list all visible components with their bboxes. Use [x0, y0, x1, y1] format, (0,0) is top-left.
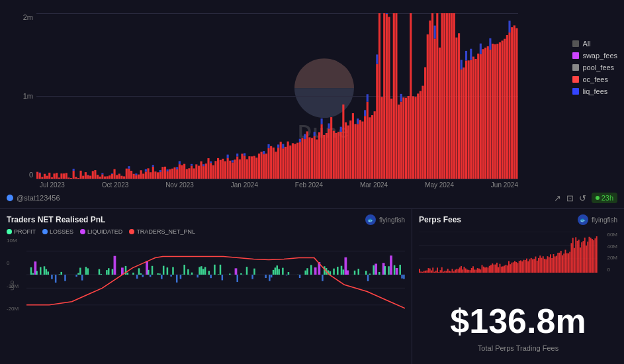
svg-rect-130 [292, 143, 294, 179]
svg-rect-6 [48, 173, 50, 179]
svg-rect-58 [154, 171, 156, 179]
x-label-jan: Jan 2024 [231, 181, 258, 189]
svg-rect-117 [267, 148, 269, 179]
svg-rect-376 [425, 271, 426, 273]
right-mini-svg: (function() { const svg = document.curre… [419, 232, 598, 273]
svg-rect-417 [486, 267, 487, 273]
svg-rect-250 [32, 273, 34, 275]
svg-rect-328 [278, 269, 280, 275]
svg-rect-334 [304, 271, 306, 275]
svg-rect-459 [549, 257, 550, 273]
y-10m: 10M [7, 238, 19, 244]
svg-rect-8 [53, 173, 55, 179]
share-icon[interactable]: ↗ [554, 193, 561, 203]
svg-rect-220 [468, 60, 470, 179]
legend-dot-liq [572, 88, 579, 95]
svg-rect-144 [318, 132, 320, 179]
svg-rect-14 [67, 177, 69, 179]
svg-rect-63 [164, 167, 166, 179]
svg-rect-170 [367, 94, 369, 101]
svg-rect-74 [183, 164, 185, 179]
svg-rect-274 [112, 269, 114, 275]
svg-rect-290 [161, 275, 163, 279]
svg-rect-209 [448, 13, 450, 179]
svg-rect-151 [330, 117, 332, 179]
svg-rect-468 [562, 255, 563, 273]
svg-rect-375 [423, 271, 425, 273]
svg-rect-431 [507, 265, 508, 273]
svg-rect-184 [395, 13, 397, 179]
x-label-oct: Oct 2023 [102, 181, 129, 189]
svg-rect-428 [502, 266, 504, 273]
refresh-icon[interactable]: ↺ [579, 193, 586, 203]
right-author-avatar: 🐟 [578, 214, 588, 225]
svg-rect-291 [163, 266, 165, 275]
svg-rect-463 [555, 256, 556, 273]
legend-dot-profit [7, 229, 12, 234]
svg-rect-281 [138, 268, 140, 275]
svg-rect-104 [241, 154, 243, 179]
svg-rect-240 [508, 32, 510, 179]
svg-rect-333 [299, 275, 301, 278]
svg-rect-473 [569, 252, 570, 273]
legend-label-profit: PROFIT [14, 228, 36, 235]
svg-rect-152 [333, 131, 335, 179]
svg-rect-323 [269, 275, 271, 281]
svg-rect-413 [480, 269, 481, 273]
svg-rect-393 [450, 271, 451, 273]
svg-rect-165 [359, 120, 361, 179]
svg-rect-122 [277, 148, 279, 179]
svg-rect-49 [138, 175, 140, 179]
svg-rect-345 [337, 267, 339, 275]
svg-rect-210 [451, 13, 453, 179]
svg-rect-71 [179, 164, 181, 179]
svg-rect-258 [51, 275, 53, 279]
svg-rect-422 [494, 265, 495, 273]
svg-rect-17 [73, 169, 75, 171]
svg-rect-44 [128, 166, 130, 169]
svg-rect-285 [148, 270, 150, 275]
svg-rect-324 [271, 275, 273, 277]
svg-rect-346 [341, 266, 343, 275]
svg-rect-313 [229, 273, 231, 275]
svg-rect-391 [447, 269, 449, 273]
svg-rect-114 [263, 154, 265, 179]
svg-rect-315 [235, 268, 238, 275]
svg-rect-436 [514, 261, 515, 273]
usd-axis-label: USD [10, 281, 15, 291]
camera-icon[interactable]: ⊡ [566, 193, 574, 203]
svg-rect-384 [437, 267, 438, 273]
svg-rect-358 [379, 272, 380, 275]
svg-rect-46 [133, 174, 135, 179]
svg-rect-476 [574, 248, 575, 273]
svg-rect-382 [434, 272, 435, 273]
legend-label-swap: swap_fees [582, 52, 617, 60]
svg-rect-145 [321, 124, 323, 179]
svg-rect-286 [150, 275, 152, 277]
svg-rect-97 [229, 161, 231, 179]
svg-rect-196 [422, 86, 423, 179]
left-author-name: flyingfish [379, 216, 405, 224]
legend-traders-net: TRADERS_NET_PNL [129, 228, 195, 235]
svg-rect-344 [333, 269, 335, 275]
x-label-may: May 2024 [425, 181, 454, 189]
svg-rect-253 [40, 267, 42, 275]
svg-rect-408 [472, 266, 474, 273]
svg-rect-475 [572, 238, 574, 273]
svg-rect-486 [589, 237, 590, 273]
svg-rect-76 [188, 168, 190, 179]
svg-rect-3 [41, 177, 43, 179]
svg-rect-479 [578, 240, 580, 273]
svg-rect-157 [342, 105, 344, 179]
svg-rect-226 [480, 54, 482, 179]
svg-rect-446 [529, 259, 531, 273]
user-dot [7, 195, 13, 201]
svg-rect-181 [388, 17, 390, 179]
left-panel-author: 🐟 flyingfish [365, 214, 405, 225]
timer-value: 23h [602, 194, 613, 202]
svg-rect-485 [587, 242, 588, 273]
svg-rect-421 [492, 263, 493, 273]
svg-rect-22 [85, 172, 87, 179]
svg-rect-427 [501, 267, 502, 273]
svg-rect-26 [92, 171, 94, 179]
